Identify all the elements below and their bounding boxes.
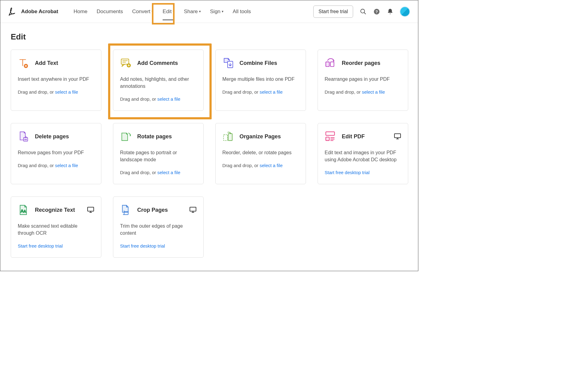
card-title: Add Comments bbox=[137, 60, 178, 66]
rotate-pages-icon bbox=[120, 131, 132, 142]
card-edit-pdf[interactable]: Edit PDF Edit text and images in your PD… bbox=[318, 123, 408, 184]
header-actions: Start free trial ? bbox=[313, 6, 409, 18]
card-recognize-text[interactable]: Aᴀ Recognize Text Make scanned text edit… bbox=[11, 196, 101, 258]
svg-rect-8 bbox=[326, 62, 329, 66]
card-delete-pages[interactable]: Delete pages Remove pages from your PDF … bbox=[11, 123, 101, 184]
add-text-icon bbox=[18, 57, 29, 69]
select-file-link[interactable]: select a file bbox=[260, 163, 283, 168]
card-title: Combine Files bbox=[239, 60, 277, 66]
svg-rect-11 bbox=[228, 134, 232, 141]
card-desc: Edit text and images in your PDF using A… bbox=[325, 149, 401, 163]
main-content: Edit Add Text Insert text anywhere in yo… bbox=[0, 23, 418, 267]
select-file-link[interactable]: select a file bbox=[55, 163, 78, 168]
reorder-pages-icon bbox=[325, 57, 336, 69]
svg-text:Aᴀ: Aᴀ bbox=[21, 209, 26, 213]
svg-rect-18 bbox=[190, 207, 196, 211]
card-title: Crop Pages bbox=[137, 207, 168, 213]
select-file-link[interactable]: select a file bbox=[157, 96, 180, 102]
nav-edit[interactable]: Edit▾ bbox=[163, 1, 175, 22]
svg-rect-5 bbox=[121, 59, 129, 64]
combine-files-icon bbox=[222, 57, 234, 69]
card-title: Add Text bbox=[35, 60, 58, 66]
recognize-text-icon: Aᴀ bbox=[18, 204, 29, 216]
chevron-down-icon: ▾ bbox=[173, 9, 175, 13]
card-desc: Rearrange pages in your PDF bbox=[325, 76, 401, 83]
nav-documents[interactable]: Documents bbox=[97, 1, 123, 22]
svg-text:?: ? bbox=[375, 9, 378, 14]
select-file-link[interactable]: select a file bbox=[260, 89, 283, 95]
organize-pages-icon bbox=[222, 131, 234, 142]
card-organize-pages[interactable]: Organize Pages Reorder, delete, or rotat… bbox=[215, 123, 306, 184]
chevron-down-icon: ▾ bbox=[222, 9, 224, 13]
svg-point-0 bbox=[361, 9, 365, 13]
app-name: Adobe Acrobat bbox=[21, 9, 58, 15]
card-add-text[interactable]: Add Text Insert text anywhere in your PD… bbox=[11, 50, 101, 111]
card-desc: Rotate pages to portrait or landscape mo… bbox=[120, 149, 197, 163]
card-crop-pages[interactable]: Crop Pages Trim the outer edges of page … bbox=[113, 196, 204, 258]
card-desc: Merge multiple files into one PDF bbox=[222, 76, 299, 83]
svg-rect-9 bbox=[330, 62, 334, 66]
nav-share[interactable]: Share▾ bbox=[184, 1, 201, 22]
select-file-link[interactable]: select a file bbox=[157, 170, 180, 175]
start-free-trial-button[interactable]: Start free trial bbox=[313, 6, 353, 18]
acrobat-logo-icon bbox=[6, 6, 17, 17]
card-desc: Remove pages from your PDF bbox=[18, 149, 94, 156]
card-rotate-pages[interactable]: Rotate pages Rotate pages to portrait or… bbox=[113, 123, 204, 184]
svg-rect-15 bbox=[326, 137, 329, 140]
svg-rect-16 bbox=[88, 207, 94, 211]
search-icon[interactable] bbox=[360, 8, 367, 15]
desktop-icon bbox=[394, 133, 401, 140]
nav-sign[interactable]: Sign▾ bbox=[210, 1, 224, 22]
svg-rect-13 bbox=[394, 134, 401, 138]
start-desktop-trial-link[interactable]: Start free desktop trial bbox=[325, 170, 401, 175]
top-nav: Home Documents Convert▾ Edit▾ Share▾ Sig… bbox=[74, 1, 251, 22]
start-desktop-trial-link[interactable]: Start free desktop trial bbox=[120, 243, 197, 248]
app-header: Adobe Acrobat Home Documents Convert▾ Ed… bbox=[0, 0, 418, 23]
card-title: Delete pages bbox=[35, 133, 69, 140]
card-foot: Drag and drop, or select a file bbox=[18, 89, 94, 95]
nav-home[interactable]: Home bbox=[74, 1, 87, 22]
select-file-link[interactable]: select a file bbox=[55, 89, 78, 95]
card-foot: Drag and drop, or select a file bbox=[18, 163, 94, 168]
card-title: Edit PDF bbox=[342, 133, 365, 140]
card-reorder-pages[interactable]: Reorder pages Rearrange pages in your PD… bbox=[318, 50, 408, 111]
card-title: Reorder pages bbox=[342, 60, 380, 66]
card-title: Recognize Text bbox=[35, 207, 75, 213]
chevron-down-icon: ▾ bbox=[199, 9, 201, 13]
help-icon[interactable]: ? bbox=[373, 8, 380, 15]
svg-rect-14 bbox=[326, 132, 335, 135]
card-foot: Drag and drop, or select a file bbox=[222, 163, 299, 168]
avatar[interactable] bbox=[400, 7, 409, 16]
desktop-icon bbox=[189, 206, 197, 213]
edit-pdf-icon bbox=[325, 131, 336, 142]
card-desc: Make scanned text editable through OCR bbox=[18, 222, 94, 237]
crop-pages-icon bbox=[120, 204, 132, 216]
start-desktop-trial-link[interactable]: Start free desktop trial bbox=[18, 243, 94, 248]
chevron-down-icon: ▾ bbox=[152, 9, 153, 13]
card-desc: Insert text anywhere in your PDF bbox=[18, 76, 94, 83]
logo-group: Adobe Acrobat bbox=[6, 6, 58, 17]
add-comments-icon bbox=[120, 57, 132, 69]
card-combine-files[interactable]: Combine Files Merge multiple files into … bbox=[215, 50, 306, 111]
tool-cards-grid: Add Text Insert text anywhere in your PD… bbox=[11, 50, 408, 258]
card-desc: Reorder, delete, or rotate pages bbox=[222, 149, 299, 156]
delete-pages-icon bbox=[18, 131, 29, 142]
svg-rect-12 bbox=[224, 135, 228, 140]
card-title: Organize Pages bbox=[239, 133, 281, 140]
card-title: Rotate pages bbox=[137, 133, 172, 140]
card-add-comments[interactable]: Add Comments Add notes, highlights, and … bbox=[113, 50, 204, 111]
nav-all-tools[interactable]: All tools bbox=[233, 1, 251, 22]
svg-line-1 bbox=[364, 12, 366, 14]
notifications-icon[interactable] bbox=[387, 8, 394, 15]
card-foot: Drag and drop, or select a file bbox=[120, 96, 197, 102]
desktop-icon bbox=[87, 206, 94, 213]
card-foot: Drag and drop, or select a file bbox=[222, 89, 299, 95]
page-title: Edit bbox=[11, 32, 408, 42]
card-foot: Drag and drop, or select a file bbox=[325, 89, 401, 95]
card-foot: Drag and drop, or select a file bbox=[120, 170, 197, 175]
card-desc: Trim the outer edges of page content bbox=[120, 222, 197, 237]
nav-convert[interactable]: Convert▾ bbox=[132, 1, 154, 22]
select-file-link[interactable]: select a file bbox=[362, 89, 385, 95]
card-desc: Add notes, highlights, and other annotat… bbox=[120, 76, 197, 90]
